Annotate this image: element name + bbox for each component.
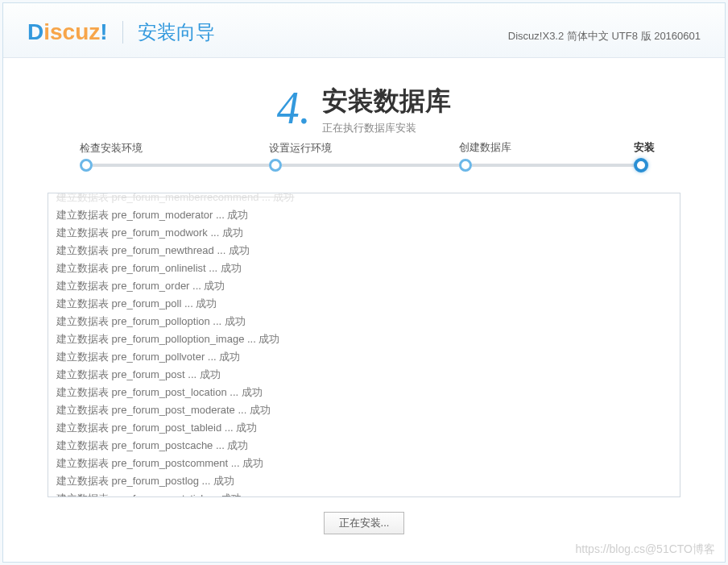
progress-label-3: 创建数据库 (459, 140, 511, 155)
header: Discuz! 安装向导 Discuz!X3.2 简体中文 UTF8 版 201… (3, 3, 725, 58)
log-line: 建立数据表 pre_forum_post_location ... 成功 (56, 384, 672, 401)
step-sub-title: 正在执行数据库安装 (322, 121, 451, 135)
progress-segment-2: 设置运行环境 (269, 159, 458, 172)
header-divider (122, 21, 123, 44)
installer-window: Discuz! 安装向导 Discuz!X3.2 简体中文 UTF8 版 201… (2, 2, 726, 563)
logo-exclaim: ! (100, 19, 107, 44)
install-button-row: 正在安装... (3, 497, 725, 549)
log-line: 建立数据表 pre_forum_postlog ... 成功 (56, 472, 672, 490)
step-main-title: 安装数据库 (322, 84, 451, 119)
log-line: 建立数据表 pre_forum_postcache ... 成功 (56, 437, 672, 455)
progress-dot-2 (269, 159, 282, 172)
progress-bar: 检查安装环境 设置运行环境 创建数据库 安装 (3, 143, 725, 193)
progress-dot-4 (634, 158, 648, 172)
progress-segment-3: 创建数据库 安装 (459, 158, 648, 172)
header-left: Discuz! 安装向导 (27, 19, 215, 45)
wizard-title: 安装向导 (138, 19, 215, 45)
log-line: 建立数据表 pre_forum_modwork ... 成功 (56, 224, 672, 242)
step-title-row: 4. 安装数据库 正在执行数据库安装 (3, 58, 725, 143)
log-line: 建立数据表 pre_forum_memberrecommend ... 成功 (56, 193, 672, 206)
installing-button[interactable]: 正在安装... (324, 512, 405, 534)
logo: Discuz! (27, 19, 108, 45)
version-text: Discuz!X3.2 简体中文 UTF8 版 20160601 (508, 29, 701, 44)
progress-label-2: 设置运行环境 (269, 141, 332, 156)
log-line: 建立数据表 pre_forum_newthread ... 成功 (56, 242, 672, 260)
progress-segment-1: 检查安装环境 (80, 159, 269, 172)
progress-line-1 (93, 164, 269, 167)
log-line: 建立数据表 pre_forum_onlinelist ... 成功 (56, 260, 672, 277)
log-line: 建立数据表 pre_forum_post_tableid ... 成功 (56, 419, 672, 437)
log-line: 建立数据表 pre_forum_polloption_image ... 成功 (56, 330, 672, 348)
log-line: 建立数据表 pre_forum_poll ... 成功 (56, 295, 672, 313)
progress-line-2 (282, 164, 458, 167)
log-line: 建立数据表 pre_forum_pollvoter ... 成功 (56, 348, 672, 366)
log-line: 建立数据表 pre_forum_post ... 成功 (56, 366, 672, 384)
log-line: 建立数据表 pre_forum_post_moderate ... 成功 (56, 401, 672, 419)
install-log[interactable]: 建立数据表 pre_forum_memberrecommend ... 成功 建… (48, 193, 680, 497)
logo-rest: iscuz (43, 19, 100, 44)
progress-dot-3 (459, 159, 472, 172)
log-line: 建立数据表 pre_forum_moderator ... 成功 (56, 206, 672, 224)
progress-label-4: 安装 (634, 140, 655, 155)
step-titles: 安装数据库 正在执行数据库安装 (322, 84, 451, 135)
log-line: 建立数据表 pre_forum_order ... 成功 (56, 277, 672, 295)
progress-label-1: 检查安装环境 (80, 141, 143, 156)
logo-letter-d: D (27, 19, 43, 44)
log-line: 建立数据表 pre_forum_polloption ... 成功 (56, 313, 672, 330)
watermark: https://blog.cs@51CTO博客 (576, 542, 715, 557)
progress-dot-1 (80, 159, 93, 172)
step-number: 4. (277, 82, 311, 134)
progress-line-3 (472, 164, 634, 167)
log-line: 建立数据表 pre_forum_poststick ... 成功 (56, 490, 672, 497)
log-line: 建立数据表 pre_forum_postcomment ... 成功 (56, 455, 672, 472)
